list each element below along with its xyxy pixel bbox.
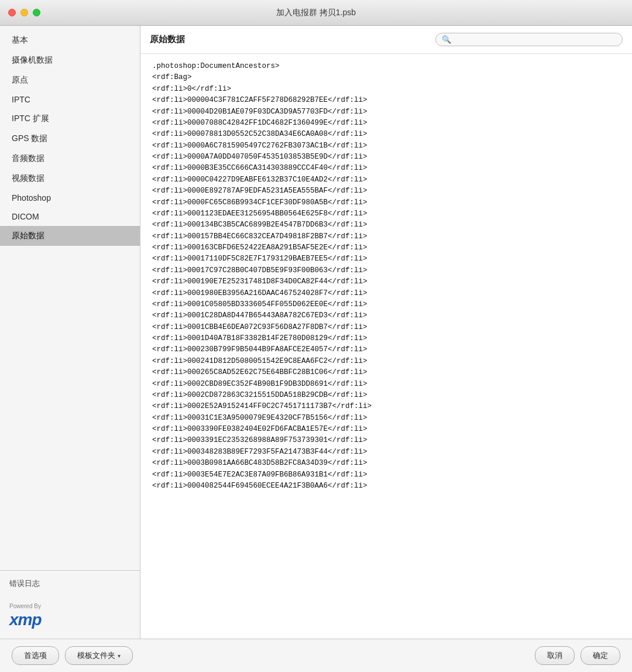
chevron-down-icon: ▾ [118,653,121,659]
template-folder-label: 模板文件夹 [77,650,115,661]
data-line-35: <rdf:li>0003B0981AA66BC483D58B2FC8A34D39… [152,458,620,469]
bottom-right-buttons: 取消 确定 [535,646,620,665]
sidebar-item-8[interactable]: Photoshop [0,188,140,207]
data-line-19: <rdf:li>000190E7E252317481D8F34D0CA82F44… [152,276,620,287]
title-bar: 加入电报群 拷贝1.psb [0,0,632,26]
content-header: 原始数据 🔍 [140,26,632,54]
sidebar-item-3[interactable]: IPTC [0,90,140,109]
search-icon: 🔍 [442,35,451,44]
data-line-5: <rdf:li>00007088C42842FF1DC4682F1360499E… [152,118,620,129]
sidebar-item-9[interactable]: DICOM [0,207,140,226]
data-line-0: .photoshop:DocumentAncestors> [152,61,620,72]
data-line-6: <rdf:li>000078813D0552C52C38DA34E6CA0A08… [152,129,620,140]
data-line-10: <rdf:li>0000C04227D9EABFE6132B37C10E4AD2… [152,174,620,186]
sidebar-item-5[interactable]: GPS 数据 [0,129,140,149]
sidebar-nav: 基本摄像机数据原点IPTCIPTC 扩展GPS 数据音频数据视频数据Photos… [0,26,140,570]
sidebar-item-0[interactable]: 基本 [0,30,140,50]
data-line-31: <rdf:li>00031C1E3A9500079E9E4320CF7B5156… [152,413,620,424]
data-line-14: <rdf:li>000134BC3B5CAC6899B2E4547B7DD6B3… [152,220,620,231]
data-line-16: <rdf:li>000163CBFD6E52422EA8A291B5AF5E2E… [152,242,620,253]
data-line-34: <rdf:li>000348283B89EF7293F5FA21473B3F44… [152,447,620,458]
bottom-left-buttons: 首选项 模板文件夹 ▾ [12,646,133,665]
data-line-26: <rdf:li>000241D812D5080051542E9C8EAA6FC2… [152,356,620,367]
close-button[interactable] [8,9,16,16]
template-folder-button[interactable]: 模板文件夹 ▾ [65,646,133,665]
xmp-branding: Powered By xmp [0,596,140,639]
data-line-27: <rdf:li>000265C8AD52E62C75E64BBFC28B1C06… [152,367,620,378]
data-line-15: <rdf:li>000157BB4EC66C832CEA7D49818F2BB7… [152,231,620,242]
data-line-21: <rdf:li>0001C05805BD3336054FF055D062EE0E… [152,299,620,310]
sidebar-item-4[interactable]: IPTC 扩展 [0,109,140,129]
data-line-12: <rdf:li>0000FC65C86B9934CF1CEF30DF980A5B… [152,197,620,208]
sidebar-item-6[interactable]: 音频数据 [0,149,140,169]
traffic-lights [8,9,40,16]
data-line-7: <rdf:li>0000A6C7815905497C2762FB3073AC1B… [152,140,620,152]
window-title: 加入电报群 拷贝1.psb [276,8,356,18]
data-line-28: <rdf:li>0002CBD89EC352F4B90B1F9DB3DD8691… [152,379,620,390]
preferences-button[interactable]: 首选项 [12,646,59,665]
sidebar-footer: 错误日志 [0,570,140,596]
cancel-button[interactable]: 取消 [535,646,575,665]
data-line-30: <rdf:li>0002E52A9152414FF0C2C7451711173B… [152,401,620,412]
sidebar: 基本摄像机数据原点IPTCIPTC 扩展GPS 数据音频数据视频数据Photos… [0,26,140,639]
data-line-9: <rdf:li>0000B3E35CC666CA314303889CCC4F40… [152,163,620,174]
data-line-29: <rdf:li>0002CD872863C3215515DDA518B29CDB… [152,390,620,401]
data-line-37: <rdf:li>0004082544F694560ECEE4A21F3B0AA6… [152,481,620,492]
data-line-13: <rdf:li>0001123EDAEE31256954BB0564E625F8… [152,208,620,220]
content-title: 原始数据 [150,34,185,45]
bottom-bar: 首选项 模板文件夹 ▾ 取消 确定 [0,639,632,672]
error-log-item[interactable]: 错误日志 [9,579,40,588]
data-line-22: <rdf:li>0001C28DA8D447B65443A8A782C67ED3… [152,310,620,321]
data-line-2: <rdf:li>0</rdf:li> [152,84,620,95]
data-line-1: <rdf:Bag> [152,72,620,83]
data-line-17: <rdf:li>00017110DF5C82E7F1793129BAEB7EE5… [152,253,620,265]
search-box[interactable]: 🔍 [435,33,623,46]
maximize-button[interactable] [33,9,40,16]
data-line-18: <rdf:li>00017C97C28B0C407DB5E9F93F00B063… [152,265,620,276]
data-line-33: <rdf:li>0003391EC2353268988A89F753739301… [152,435,620,446]
data-line-32: <rdf:li>0003390FE0382404E02FD6FACBA1E57E… [152,424,620,435]
raw-data-content[interactable]: .photoshop:DocumentAncestors> <rdf:Bag> … [140,54,632,639]
minimize-button[interactable] [20,9,28,16]
confirm-button[interactable]: 确定 [581,646,620,665]
sidebar-item-7[interactable]: 视频数据 [0,169,140,188]
data-line-3: <rdf:li>000004C3F781C2AFF5F278D68292B7EE… [152,95,620,106]
data-line-25: <rdf:li>000230B799F9B5044B9FA8AFCE2E4057… [152,344,620,355]
data-line-8: <rdf:li>0000A7A0DD407050F4535103853B5E9D… [152,152,620,163]
xmp-logo: xmp [9,611,130,629]
powered-by-label: Powered By [9,603,130,609]
data-line-36: <rdf:li>0003E54E7E2AC3E87A09FB6B86A931B1… [152,469,620,481]
data-line-23: <rdf:li>0001CBB4E6DEA072C93F56D8A27F8DB7… [152,322,620,333]
data-line-11: <rdf:li>0000E892787AF9EDFA5231A5EA555BAF… [152,186,620,197]
sidebar-item-1[interactable]: 摄像机数据 [0,50,140,70]
data-line-4: <rdf:li>00004D20B1AE079F03DCA3D9A57703FD… [152,107,620,118]
sidebar-item-2[interactable]: 原点 [0,70,140,90]
sidebar-item-10[interactable]: 原始数据 [0,226,140,246]
main-container: 基本摄像机数据原点IPTCIPTC 扩展GPS 数据音频数据视频数据Photos… [0,26,632,639]
content-area: 原始数据 🔍 .photoshop:DocumentAncestors> <rd… [140,26,632,639]
data-line-24: <rdf:li>0001D40A7B18F3382B14F2E780D08129… [152,333,620,344]
search-input[interactable] [454,35,616,44]
data-line-20: <rdf:li>0001980EB3956A216DAAC467524028F7… [152,288,620,299]
